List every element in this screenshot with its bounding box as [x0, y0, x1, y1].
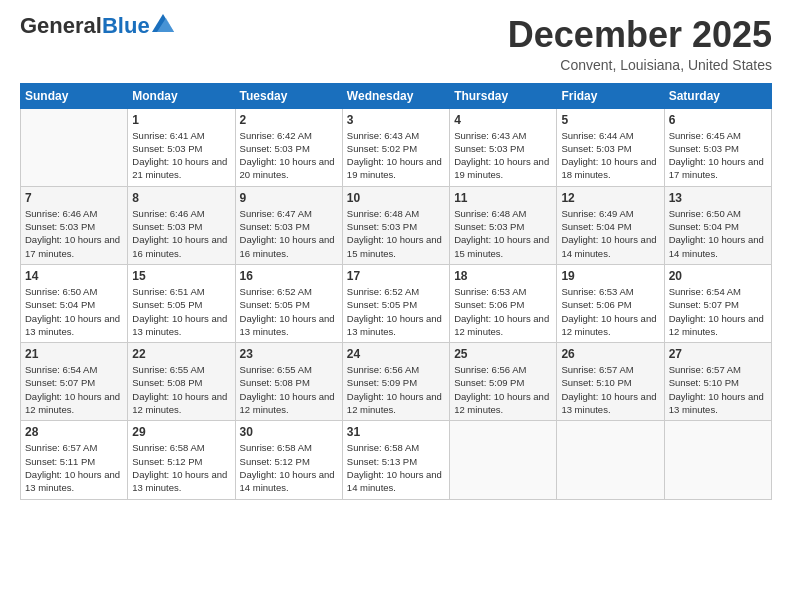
daylight: Daylight: 10 hours and 19 minutes.: [454, 156, 549, 180]
day-info: Sunrise: 6:42 AM Sunset: 5:03 PM Dayligh…: [240, 129, 338, 182]
page: GeneralBlue December 2025 Convent, Louis…: [0, 0, 792, 612]
day-number: 11: [454, 191, 552, 205]
sunrise: Sunrise: 6:43 AM: [347, 130, 419, 141]
day-info: Sunrise: 6:45 AM Sunset: 5:03 PM Dayligh…: [669, 129, 767, 182]
day-number: 21: [25, 347, 123, 361]
sunset: Sunset: 5:10 PM: [669, 377, 739, 388]
logo: GeneralBlue: [20, 15, 174, 37]
table-row: 28 Sunrise: 6:57 AM Sunset: 5:11 PM Dayl…: [21, 421, 128, 499]
col-wednesday: Wednesday: [342, 83, 449, 108]
month-title: December 2025: [508, 15, 772, 55]
day-info: Sunrise: 6:49 AM Sunset: 5:04 PM Dayligh…: [561, 207, 659, 260]
sunrise: Sunrise: 6:47 AM: [240, 208, 312, 219]
daylight: Daylight: 10 hours and 17 minutes.: [669, 156, 764, 180]
calendar-week-row: 7 Sunrise: 6:46 AM Sunset: 5:03 PM Dayli…: [21, 186, 772, 264]
calendar-header-row: Sunday Monday Tuesday Wednesday Thursday…: [21, 83, 772, 108]
sunset: Sunset: 5:04 PM: [561, 221, 631, 232]
daylight: Daylight: 10 hours and 16 minutes.: [132, 234, 227, 258]
col-saturday: Saturday: [664, 83, 771, 108]
day-info: Sunrise: 6:58 AM Sunset: 5:12 PM Dayligh…: [240, 441, 338, 494]
day-number: 10: [347, 191, 445, 205]
day-number: 7: [25, 191, 123, 205]
day-info: Sunrise: 6:46 AM Sunset: 5:03 PM Dayligh…: [132, 207, 230, 260]
day-number: 19: [561, 269, 659, 283]
sunrise: Sunrise: 6:50 AM: [669, 208, 741, 219]
day-number: 13: [669, 191, 767, 205]
table-row: 5 Sunrise: 6:44 AM Sunset: 5:03 PM Dayli…: [557, 108, 664, 186]
table-row: 27 Sunrise: 6:57 AM Sunset: 5:10 PM Dayl…: [664, 343, 771, 421]
table-row: 10 Sunrise: 6:48 AM Sunset: 5:03 PM Dayl…: [342, 186, 449, 264]
table-row: 12 Sunrise: 6:49 AM Sunset: 5:04 PM Dayl…: [557, 186, 664, 264]
sunrise: Sunrise: 6:53 AM: [454, 286, 526, 297]
sunset: Sunset: 5:03 PM: [347, 221, 417, 232]
sunrise: Sunrise: 6:54 AM: [25, 364, 97, 375]
sunrise: Sunrise: 6:45 AM: [669, 130, 741, 141]
sunrise: Sunrise: 6:55 AM: [240, 364, 312, 375]
sunrise: Sunrise: 6:53 AM: [561, 286, 633, 297]
sunset: Sunset: 5:03 PM: [669, 143, 739, 154]
day-info: Sunrise: 6:58 AM Sunset: 5:13 PM Dayligh…: [347, 441, 445, 494]
day-number: 25: [454, 347, 552, 361]
day-number: 14: [25, 269, 123, 283]
day-number: 20: [669, 269, 767, 283]
daylight: Daylight: 10 hours and 13 minutes.: [132, 469, 227, 493]
day-info: Sunrise: 6:43 AM Sunset: 5:02 PM Dayligh…: [347, 129, 445, 182]
table-row: 25 Sunrise: 6:56 AM Sunset: 5:09 PM Dayl…: [450, 343, 557, 421]
day-info: Sunrise: 6:48 AM Sunset: 5:03 PM Dayligh…: [454, 207, 552, 260]
day-info: Sunrise: 6:44 AM Sunset: 5:03 PM Dayligh…: [561, 129, 659, 182]
sunrise: Sunrise: 6:50 AM: [25, 286, 97, 297]
sunrise: Sunrise: 6:46 AM: [25, 208, 97, 219]
day-info: Sunrise: 6:46 AM Sunset: 5:03 PM Dayligh…: [25, 207, 123, 260]
daylight: Daylight: 10 hours and 14 minutes.: [347, 469, 442, 493]
daylight: Daylight: 10 hours and 13 minutes.: [561, 391, 656, 415]
daylight: Daylight: 10 hours and 12 minutes.: [25, 391, 120, 415]
sunrise: Sunrise: 6:52 AM: [240, 286, 312, 297]
sunrise: Sunrise: 6:43 AM: [454, 130, 526, 141]
day-info: Sunrise: 6:57 AM Sunset: 5:11 PM Dayligh…: [25, 441, 123, 494]
sunset: Sunset: 5:03 PM: [454, 143, 524, 154]
sunset: Sunset: 5:03 PM: [240, 221, 310, 232]
day-number: 1: [132, 113, 230, 127]
daylight: Daylight: 10 hours and 12 minutes.: [561, 313, 656, 337]
sunset: Sunset: 5:12 PM: [132, 456, 202, 467]
day-number: 23: [240, 347, 338, 361]
sunrise: Sunrise: 6:42 AM: [240, 130, 312, 141]
sunset: Sunset: 5:05 PM: [132, 299, 202, 310]
daylight: Daylight: 10 hours and 13 minutes.: [25, 313, 120, 337]
sunset: Sunset: 5:06 PM: [561, 299, 631, 310]
table-row: 6 Sunrise: 6:45 AM Sunset: 5:03 PM Dayli…: [664, 108, 771, 186]
day-info: Sunrise: 6:47 AM Sunset: 5:03 PM Dayligh…: [240, 207, 338, 260]
day-info: Sunrise: 6:41 AM Sunset: 5:03 PM Dayligh…: [132, 129, 230, 182]
sunset: Sunset: 5:08 PM: [132, 377, 202, 388]
day-number: 5: [561, 113, 659, 127]
sunrise: Sunrise: 6:51 AM: [132, 286, 204, 297]
sunrise: Sunrise: 6:57 AM: [25, 442, 97, 453]
day-number: 6: [669, 113, 767, 127]
sunset: Sunset: 5:11 PM: [25, 456, 95, 467]
day-number: 12: [561, 191, 659, 205]
day-number: 8: [132, 191, 230, 205]
table-row: 13 Sunrise: 6:50 AM Sunset: 5:04 PM Dayl…: [664, 186, 771, 264]
day-number: 3: [347, 113, 445, 127]
sunset: Sunset: 5:03 PM: [132, 143, 202, 154]
sunset: Sunset: 5:12 PM: [240, 456, 310, 467]
day-info: Sunrise: 6:57 AM Sunset: 5:10 PM Dayligh…: [669, 363, 767, 416]
day-number: 17: [347, 269, 445, 283]
table-row: 20 Sunrise: 6:54 AM Sunset: 5:07 PM Dayl…: [664, 264, 771, 342]
table-row: 16 Sunrise: 6:52 AM Sunset: 5:05 PM Dayl…: [235, 264, 342, 342]
day-info: Sunrise: 6:53 AM Sunset: 5:06 PM Dayligh…: [454, 285, 552, 338]
calendar-table: Sunday Monday Tuesday Wednesday Thursday…: [20, 83, 772, 500]
table-row: 29 Sunrise: 6:58 AM Sunset: 5:12 PM Dayl…: [128, 421, 235, 499]
sunrise: Sunrise: 6:55 AM: [132, 364, 204, 375]
day-number: 16: [240, 269, 338, 283]
day-number: 18: [454, 269, 552, 283]
calendar-week-row: 14 Sunrise: 6:50 AM Sunset: 5:04 PM Dayl…: [21, 264, 772, 342]
day-info: Sunrise: 6:56 AM Sunset: 5:09 PM Dayligh…: [347, 363, 445, 416]
sunrise: Sunrise: 6:56 AM: [347, 364, 419, 375]
day-info: Sunrise: 6:54 AM Sunset: 5:07 PM Dayligh…: [669, 285, 767, 338]
daylight: Daylight: 10 hours and 18 minutes.: [561, 156, 656, 180]
sunset: Sunset: 5:03 PM: [25, 221, 95, 232]
day-number: 22: [132, 347, 230, 361]
daylight: Daylight: 10 hours and 14 minutes.: [669, 234, 764, 258]
day-number: 24: [347, 347, 445, 361]
